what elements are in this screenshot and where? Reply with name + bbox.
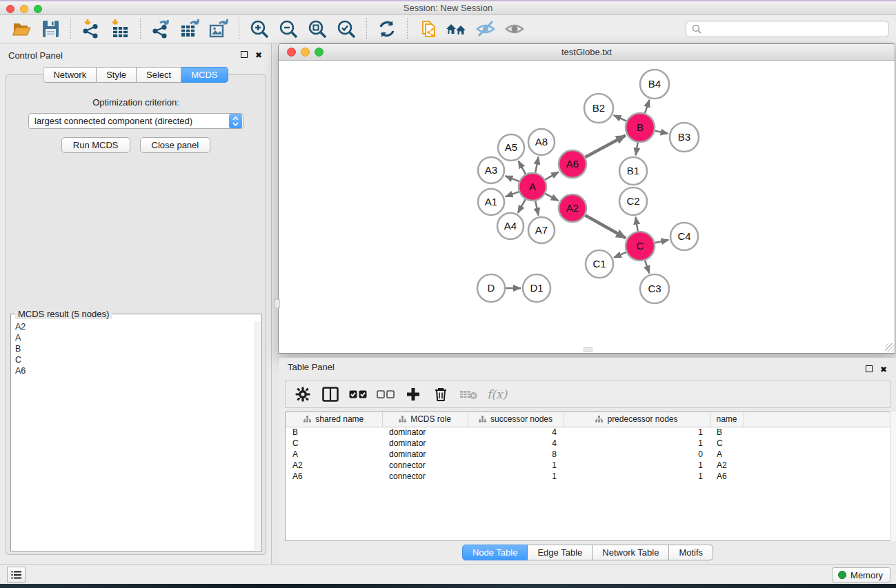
open-file-icon[interactable] [10,17,33,41]
cell-shared-name[interactable]: A2 [286,460,382,471]
mcds-result-item[interactable]: B [15,343,257,354]
node-B4[interactable]: B4 [640,70,669,99]
table-row[interactable]: A6connector11A6 [286,471,890,482]
table-row[interactable]: Cdominator41C [286,438,890,449]
tab-style[interactable]: Style [97,67,137,83]
edge-A-A7[interactable] [535,201,538,216]
cell-successor-nodes[interactable]: 1 [468,471,564,482]
node-C[interactable]: C [626,232,655,261]
refresh-layout-icon[interactable] [375,17,399,41]
close-panel-button[interactable]: Close panel [140,137,211,153]
column-header-name[interactable]: name [710,412,744,427]
node-B3[interactable]: B3 [670,123,699,152]
cell-successor-nodes[interactable]: 8 [468,449,564,460]
zoom-selected-icon[interactable] [335,17,358,41]
criterion-dropdown[interactable]: largest connected component (directed) [28,113,243,129]
node-C2[interactable]: C2 [619,187,647,215]
cell-successor-nodes[interactable]: 4 [468,438,564,449]
minimize-window-button[interactable] [20,5,28,13]
edge-A2-C[interactable] [585,215,626,238]
edge-B-B4[interactable] [645,100,649,113]
formula-builder-icon[interactable]: f(x) [487,387,507,401]
network-window-titlebar[interactable]: testGlobe.txt [279,44,895,61]
edge-A-A1[interactable] [506,192,519,196]
cell-shared-name[interactable]: A [286,449,382,460]
float-panel-icon[interactable] [241,51,248,58]
node-B[interactable]: B [626,113,655,142]
node-A3[interactable]: A3 [478,157,504,183]
node-A4[interactable]: A4 [497,213,524,239]
memory-button[interactable]: Memory [832,567,890,582]
export-table-icon[interactable] [178,17,201,41]
network-close-button[interactable] [287,48,296,57]
cell-name[interactable]: A [710,449,744,460]
node-A5[interactable]: A5 [498,134,524,161]
edge-C-C2[interactable] [636,217,638,232]
tab-network-table[interactable]: Network Table [593,545,669,560]
window-resize-grip[interactable] [885,343,894,352]
search-box[interactable] [686,21,889,37]
cell-predecessor-nodes[interactable]: 0 [564,449,710,460]
scrollbar-thumb[interactable] [275,299,280,308]
table-row[interactable]: Bdominator41B [286,427,890,438]
network-horizontal-scrollbar[interactable] [280,347,893,352]
cell-successor-nodes[interactable]: 4 [468,427,564,438]
column-layout-icon[interactable] [321,385,339,403]
network-zoom-button[interactable] [315,48,323,57]
select-all-checkboxes-icon[interactable] [349,385,367,403]
edge-C-C3[interactable] [645,261,649,274]
cell-shared-name[interactable]: C [286,438,382,449]
tab-mcds[interactable]: MCDS [181,67,228,83]
cell-mcds-role[interactable]: dominator [382,449,468,460]
edge-A-A3[interactable] [505,176,519,181]
node-A1[interactable]: A1 [478,189,504,215]
cell-name[interactable]: C [710,438,744,449]
cell-mcds-role[interactable]: dominator [382,427,468,438]
mcds-result-item[interactable]: A2 [15,321,257,332]
node-D1[interactable]: D1 [523,274,550,302]
node-B2[interactable]: B2 [584,94,613,123]
import-table-icon[interactable] [108,17,132,41]
export-image-icon[interactable] [207,17,230,41]
node-A[interactable]: A [519,173,546,201]
tab-network[interactable]: Network [43,67,97,83]
column-header-predecessor-nodes[interactable]: predecessor nodes [564,412,710,427]
edge-B-B3[interactable] [655,131,668,134]
node-A6[interactable]: A6 [559,150,586,178]
column-header-shared-name[interactable]: shared name [286,412,382,427]
export-network-icon[interactable] [149,17,172,41]
node-C1[interactable]: C1 [586,250,613,278]
table-row[interactable]: A2connector11A2 [286,460,890,471]
tab-edge-table[interactable]: Edge Table [528,545,593,560]
table-scrollbar[interactable] [890,412,896,541]
table-row[interactable]: Adominator80A [286,449,890,460]
edge-A-A4[interactable] [518,199,526,213]
cell-name[interactable]: A2 [710,460,744,471]
node-A8[interactable]: A8 [528,129,555,155]
new-network-from-selection-icon[interactable] [416,17,439,41]
network-minimize-button[interactable] [301,48,310,57]
deselect-all-checkboxes-icon[interactable] [377,385,395,403]
scrollbar-thumb[interactable] [584,347,593,352]
cell-mcds-role[interactable]: connector [382,471,468,482]
node-C3[interactable]: C3 [640,274,669,303]
mcds-result-item[interactable]: A6 [15,365,257,376]
column-header-successor-nodes[interactable]: successor nodes [468,412,564,427]
edge-B-B1[interactable] [636,143,638,156]
close-panel-icon[interactable]: ✖ [255,51,263,59]
mcds-result-item[interactable]: A [15,332,257,343]
home-layout-icon[interactable] [445,17,468,41]
import-network-icon[interactable] [79,17,103,41]
cell-successor-nodes[interactable]: 1 [468,460,564,471]
zoom-fit-icon[interactable] [306,17,329,41]
float-panel-icon[interactable] [866,365,873,372]
edge-B-B2[interactable] [614,115,626,121]
edge-C-C4[interactable] [655,240,669,243]
close-panel-icon[interactable]: ✖ [879,365,888,374]
edge-C-C1[interactable] [614,252,626,258]
task-history-button[interactable] [7,567,26,582]
mcds-result-item[interactable]: C [15,354,257,365]
zoom-in-icon[interactable] [248,17,271,41]
cell-shared-name[interactable]: A6 [286,471,382,482]
settings-gear-icon[interactable] [294,385,312,403]
